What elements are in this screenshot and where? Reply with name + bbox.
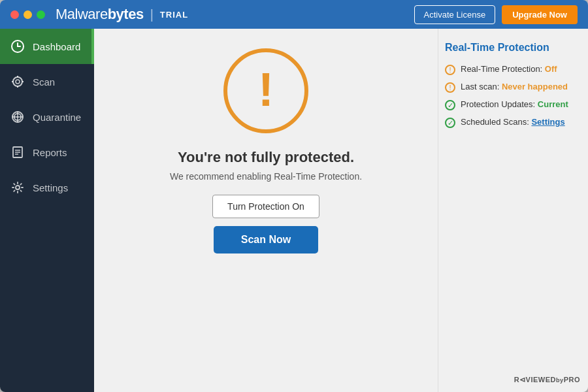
svg-point-1: [13, 77, 22, 86]
sidebar-item-settings[interactable]: Settings: [0, 170, 94, 205]
close-button[interactable]: [10, 10, 19, 19]
logo-light: Malware: [56, 6, 108, 22]
sidebar: Dashboard Scan: [0, 29, 94, 392]
rtp-value: Off: [545, 64, 557, 74]
minimize-button[interactable]: [24, 10, 32, 19]
logo-divider: |: [150, 7, 154, 22]
titlebar: Malwarebytes | TRIAL Activate License Up…: [0, 0, 588, 29]
last-scan-label: Last scan: Never happened: [461, 82, 568, 91]
maximize-button[interactable]: [37, 10, 45, 19]
last-scan-value: Never happened: [502, 82, 568, 91]
logo-text: Malwarebytes: [56, 6, 144, 23]
status-row-scheduled: ✓ Scheduled Scans: Settings: [445, 117, 575, 128]
scan-now-button[interactable]: Scan Now: [214, 226, 318, 253]
trial-badge: TRIAL: [160, 10, 188, 20]
protection-subtext: We recommend enabling Real-Time Protecti…: [170, 171, 362, 182]
status-row-updates: ✓ Protection Updates: Current: [445, 99, 575, 110]
updates-value: Current: [538, 99, 568, 109]
reports-icon: [10, 145, 25, 159]
sidebar-label-reports: Reports: [33, 147, 67, 158]
scheduled-label: Scheduled Scans: Settings: [461, 117, 565, 127]
scheduled-value[interactable]: Settings: [531, 117, 564, 127]
sidebar-label-quarantine: Quarantine: [33, 112, 81, 123]
updates-label: Protection Updates: Current: [461, 99, 568, 109]
turn-protection-button[interactable]: Turn Protection On: [212, 195, 319, 218]
settings-icon: [10, 180, 25, 195]
app-window: Malwarebytes | TRIAL Activate License Up…: [0, 0, 588, 392]
last-scan-status-icon: !: [445, 82, 455, 93]
logo-bold: bytes: [108, 6, 144, 22]
status-row-rtp: ! Real-Time Protection: Off: [445, 64, 575, 75]
rtp-label: Real-Time Protection: Off: [461, 64, 557, 74]
activate-license-button[interactable]: Activate License: [414, 5, 496, 24]
rtp-status-icon: !: [445, 65, 455, 75]
svg-point-2: [16, 80, 20, 84]
upgrade-now-button[interactable]: Upgrade Now: [502, 5, 578, 24]
sidebar-item-quarantine[interactable]: Quarantine: [0, 99, 94, 135]
svg-point-14: [16, 186, 20, 189]
warning-icon: !: [223, 48, 308, 133]
sidebar-item-scan[interactable]: Scan: [0, 64, 94, 99]
scheduled-status-icon: ✓: [445, 118, 455, 128]
content-area: ! You're not fully protected. We recomme…: [94, 29, 438, 392]
dashboard-icon: [10, 39, 25, 54]
reviewed-badge: R⊲VIEWEDbyPRO: [514, 376, 580, 384]
quarantine-icon: [10, 110, 25, 124]
protection-headline: You're not fully protected.: [178, 149, 354, 166]
panel-title: Real-Time Protection: [445, 42, 575, 54]
status-row-last-scan: ! Last scan: Never happened: [445, 82, 575, 93]
scan-icon: [10, 74, 25, 89]
sidebar-label-scan: Scan: [33, 76, 55, 88]
sidebar-label-settings: Settings: [33, 182, 68, 193]
sidebar-item-reports[interactable]: Reports: [0, 135, 94, 170]
header-buttons: Activate License Upgrade Now: [414, 5, 578, 24]
logo-area: Malwarebytes | TRIAL: [56, 6, 414, 23]
sidebar-label-dashboard: Dashboard: [33, 41, 80, 52]
right-panel: Real-Time Protection ! Real-Time Protect…: [438, 29, 588, 392]
main-area: Dashboard Scan: [0, 29, 588, 392]
reviewed-text: R⊲VIEWEDbyPRO: [514, 376, 580, 384]
window-controls: [10, 10, 45, 19]
sidebar-item-dashboard[interactable]: Dashboard: [0, 29, 94, 64]
updates-status-icon: ✓: [445, 100, 455, 110]
